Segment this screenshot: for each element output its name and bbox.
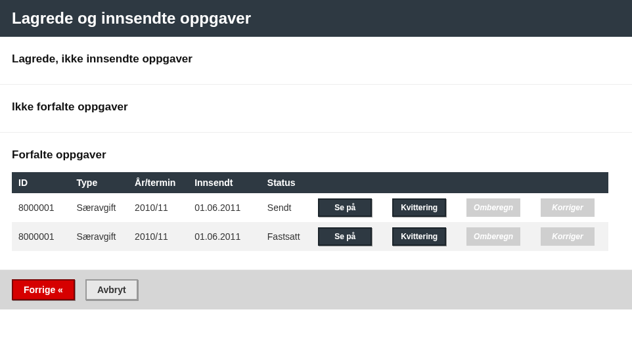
prev-button[interactable]: Forrige « [12,279,75,300]
recalc-button: Omberegn [466,198,520,217]
table-row: 8000001 Særavgift 2010/11 01.06.2011 Fas… [12,222,608,251]
th-id: ID [12,172,70,193]
cell-type: Særavgift [70,222,129,251]
cell-submitted: 01.06.2011 [188,222,261,251]
view-button[interactable]: Se på [318,227,372,246]
section-saved: Lagrede, ikke innsendte oppgaver [0,37,632,85]
th-submitted: Innsendt [188,172,261,193]
section-saved-title: Lagrede, ikke innsendte oppgaver [12,53,620,66]
cell-type: Særavgift [70,193,129,222]
section-notdue: Ikke forfalte oppgaver [0,85,632,133]
cell-term: 2010/11 [128,222,188,251]
table-row: 8000001 Særavgift 2010/11 01.06.2011 Sen… [12,193,608,222]
cancel-button[interactable]: Avbryt [85,279,138,300]
cell-id: 8000001 [12,193,70,222]
section-notdue-title: Ikke forfalte oppgaver [12,101,620,114]
th-type: Type [70,172,129,193]
footer-bar: Forrige « Avbryt [0,270,632,309]
due-tasks-table: ID Type År/termin Innsendt Status 800000… [12,172,608,251]
th-term: År/termin [128,172,188,193]
th-status: Status [261,172,311,193]
receipt-button[interactable]: Kvittering [392,198,446,217]
receipt-button[interactable]: Kvittering [392,227,446,246]
view-button[interactable]: Se på [318,198,372,217]
page-title: Lagrede og innsendte oppgaver [0,0,632,37]
cell-submitted: 01.06.2011 [188,193,261,222]
section-due-title: Forfalte oppgaver [12,148,620,162]
correct-button: Korriger [541,198,595,217]
section-due: Forfalte oppgaver ID Type År/termin Inns… [0,133,632,270]
correct-button: Korriger [541,227,595,246]
cell-status: Sendt [261,193,311,222]
cell-term: 2010/11 [128,193,188,222]
recalc-button: Omberegn [466,227,520,246]
cell-status: Fastsatt [261,222,311,251]
cell-id: 8000001 [12,222,70,251]
